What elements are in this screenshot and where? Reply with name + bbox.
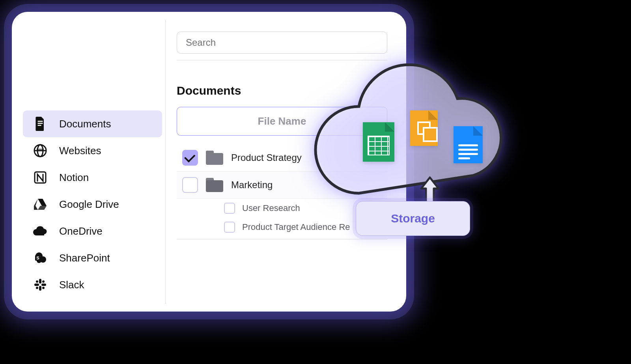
sidebar-item-slack[interactable]: Slack [23, 271, 162, 298]
sidebar-item-documents[interactable]: Documents [23, 110, 162, 137]
onedrive-icon [32, 223, 48, 239]
storage-label: Storage [391, 212, 435, 225]
notion-icon [32, 170, 48, 185]
file-name: User Research [242, 203, 300, 213]
folder-open-icon [206, 178, 223, 192]
search-input[interactable] [177, 32, 387, 54]
sidebar-item-label: Notion [59, 172, 89, 184]
row-checkbox[interactable] [224, 203, 235, 214]
sidebar-item-google-drive[interactable]: Google Drive [23, 191, 162, 218]
row-checkbox[interactable] [182, 150, 198, 166]
storage-button[interactable]: Storage [356, 201, 470, 236]
sidebar-item-sharepoint[interactable]: S SharePoint [23, 245, 162, 271]
folder-name: Product Strategy [231, 152, 302, 163]
svg-rect-14 [34, 284, 39, 286]
folder-icon [206, 151, 223, 165]
document-icon [32, 116, 48, 132]
sidebar-item-label: Documents [59, 118, 111, 130]
row-checkbox[interactable] [224, 222, 235, 233]
google-docs-icon [454, 126, 483, 163]
slack-icon [32, 277, 48, 293]
svg-point-17 [36, 280, 38, 283]
svg-rect-0 [38, 121, 43, 122]
svg-rect-2 [38, 125, 41, 126]
svg-rect-16 [41, 284, 46, 286]
sidebar-item-notion[interactable]: Notion [23, 164, 162, 191]
divider [177, 239, 387, 239]
sidebar-item-label: Websites [59, 145, 101, 157]
divider [177, 60, 387, 60]
svg-rect-13 [39, 279, 41, 284]
svg-point-18 [42, 280, 45, 283]
sidebar-item-onedrive[interactable]: OneDrive [23, 218, 162, 245]
sharepoint-icon: S [32, 250, 48, 266]
google-slides-icon [410, 110, 438, 146]
sidebar-item-websites[interactable]: www Websites [23, 137, 162, 164]
sidebar-item-label: OneDrive [59, 225, 103, 237]
sidebar: Documents www Websites Notion Google Dri… [20, 20, 166, 304]
folder-name: Marketing [231, 179, 273, 190]
svg-rect-1 [38, 123, 43, 124]
svg-point-20 [42, 287, 45, 289]
google-drive-icon [32, 196, 48, 212]
sidebar-item-label: Google Drive [59, 198, 119, 211]
www-icon: www [32, 143, 48, 159]
row-checkbox[interactable] [182, 177, 198, 193]
sidebar-item-label: Slack [59, 279, 84, 291]
svg-text:S: S [36, 256, 39, 260]
sidebar-item-label: SharePoint [59, 252, 110, 264]
svg-text:www: www [36, 147, 44, 151]
svg-point-19 [36, 287, 38, 289]
google-sheets-icon [363, 122, 394, 162]
svg-rect-15 [39, 286, 41, 291]
